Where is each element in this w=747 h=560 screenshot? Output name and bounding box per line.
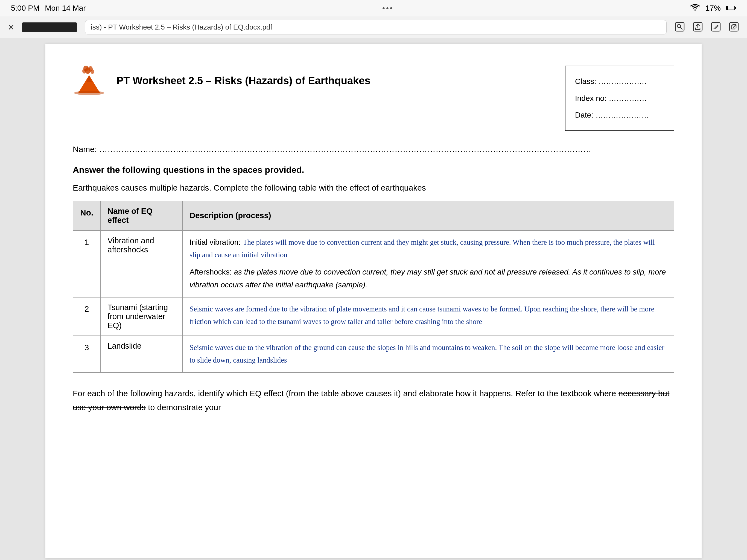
row3-no: 3 (73, 336, 100, 373)
footer-text-end: to demonstrate your (146, 403, 221, 412)
battery-icon (726, 4, 736, 12)
toolbar-icons (675, 22, 739, 33)
row2-handwritten: Seismic waves are formed due to the vibr… (189, 305, 654, 326)
svg-rect-2 (727, 6, 728, 9)
close-button[interactable]: × (8, 22, 14, 33)
class-line: Class: ………………. (575, 73, 664, 90)
table-row: 2 Tsunami (starting from underwater EQ) … (73, 297, 674, 336)
svg-point-13 (91, 70, 94, 74)
browser-toolbar: × iss) - PT Worksheet 2.5 – Risks (Hazar… (0, 17, 747, 38)
share-icon[interactable] (693, 22, 703, 33)
row3-name: Landslide (100, 336, 182, 373)
intro-text: Earthquakes causes multiple hazards. Com… (73, 183, 674, 193)
eq-table: No. Name of EQ effect Description (proce… (73, 201, 674, 373)
external-link-icon[interactable] (729, 22, 739, 33)
doc-header-left: PT Worksheet 2.5 – Risks (Hazards) of Ea… (73, 66, 370, 96)
search-icon[interactable] (675, 22, 685, 33)
svg-line-5 (680, 27, 682, 29)
class-dots: ………………. (598, 77, 647, 85)
row3-handwritten: Seismic waves due to the vibration of th… (189, 343, 664, 364)
date-label: Date: (575, 111, 593, 119)
doc-title: PT Worksheet 2.5 – Risks (Hazards) of Ea… (117, 75, 370, 87)
initial-label: Initial vibration: (189, 238, 243, 246)
aftershocks-label: Aftershocks: (189, 268, 234, 276)
date-display: Mon 14 Mar (45, 4, 85, 12)
wifi-icon (690, 4, 700, 13)
svg-point-14 (82, 69, 86, 74)
svg-rect-1 (735, 7, 736, 9)
footer-text: For each of the following hazards, ident… (73, 386, 674, 414)
menu-dots: ••• (382, 4, 393, 12)
svg-rect-3 (675, 22, 684, 31)
row1-aftershocks: Aftershocks: as the plates move due to c… (189, 265, 667, 291)
document-wrapper: PT Worksheet 2.5 – Risks (Hazards) of Ea… (0, 38, 747, 560)
header-name: Name of EQ effect (100, 201, 182, 230)
row1-name: Vibration and aftershocks (100, 230, 182, 297)
header-description: Description (process) (182, 201, 674, 230)
footer-text-part1: For each of the following hazards, ident… (73, 389, 618, 398)
row2-name: Tsunami (starting from underwater EQ) (100, 297, 182, 336)
time-display: 5:00 PM (11, 4, 40, 12)
row2-description: Seismic waves are formed due to the vibr… (182, 297, 674, 336)
date-line: Date: ………………… (575, 107, 664, 124)
table-row: 3 Landslide Seismic waves due to the vib… (73, 336, 674, 373)
class-label: Class: (575, 77, 596, 85)
row1-initial: Initial vibration: The plates will move … (189, 236, 667, 261)
header-no: No. (73, 201, 100, 230)
row2-no: 2 (73, 297, 100, 336)
battery-display: 17% (705, 4, 721, 12)
status-bar: 5:00 PM Mon 14 Mar ••• 17% (0, 0, 747, 17)
index-dots: …………… (609, 94, 647, 103)
redacted-url (22, 22, 77, 32)
name-dots: …………………………………………………………………………………………………………… (99, 145, 591, 154)
edit-icon[interactable] (711, 22, 721, 33)
name-line: Name: …………………………………………………………………………………………… (73, 145, 674, 154)
date-dots: ………………… (595, 111, 649, 119)
table-row: 1 Vibration and aftershocks Initial vibr… (73, 230, 674, 297)
row1-description: Initial vibration: The plates will move … (182, 230, 674, 297)
index-label: Index no: (575, 94, 607, 103)
document: PT Worksheet 2.5 – Risks (Hazards) of Ea… (45, 44, 702, 558)
initial-handwritten: The plates will move due to convection c… (189, 238, 654, 259)
url-bar[interactable]: iss) - PT Worksheet 2.5 – Risks (Hazards… (85, 20, 667, 34)
aftershocks-italic: as the plates move due to convection cur… (189, 268, 666, 289)
status-left: 5:00 PM Mon 14 Mar (11, 4, 86, 12)
svg-point-17 (74, 91, 104, 95)
status-right: 17% (690, 4, 736, 13)
row1-no: 1 (73, 230, 100, 297)
name-label: Name: (73, 145, 97, 154)
row3-description: Seismic waves due to the vibration of th… (182, 336, 674, 373)
volcano-icon (73, 66, 106, 96)
doc-header: PT Worksheet 2.5 – Risks (Hazards) of Ea… (73, 66, 674, 131)
info-box: Class: ………………. Index no: …………… Date: ………… (565, 66, 674, 131)
instructions: Answer the following questions in the sp… (73, 165, 674, 175)
index-line: Index no: …………… (575, 90, 664, 107)
